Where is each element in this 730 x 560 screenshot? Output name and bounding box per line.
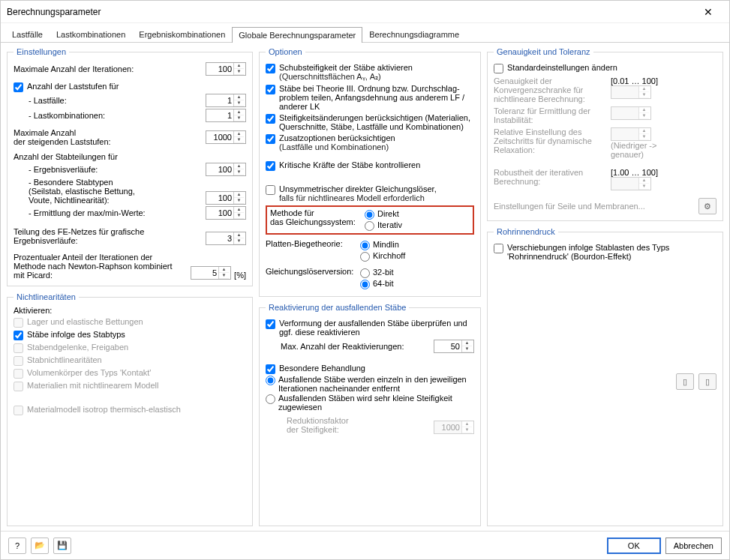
radio-mindlin[interactable] <box>360 241 370 250</box>
spin-fe-div[interactable]: ▲▼ <box>206 232 246 245</box>
spin-special-types[interactable]: ▲▼ <box>206 191 246 205</box>
tab-globale-berechnungsparameter[interactable]: Globale Berechnungsparameter <box>232 27 362 43</box>
checkbox-verformung-pruefen[interactable] <box>266 319 275 329</box>
group-reaktivierung: Reaktivierung der ausfallenden Stäbe Ver… <box>259 303 481 526</box>
checkbox-lager <box>14 318 23 328</box>
tab-ergebniskombinationen[interactable]: Ergebniskombinationen <box>132 26 232 42</box>
checkbox-volumenkoerper <box>14 369 23 379</box>
label-kleine-steifigkeit: Ausfallenden Stäben wird sehr kleine Ste… <box>278 394 474 412</box>
label-kritische-kraefte: Kritische Kräfte der Stäbe kontrollieren <box>279 160 420 169</box>
radio-iterativ[interactable] <box>365 221 374 231</box>
spin-load-combos[interactable]: ▲▼ <box>206 109 246 122</box>
label-staebe-stabtyp: Stäbe infolge des Stabtyps <box>27 330 125 339</box>
label-stabendgelenke: Stabendgelenke, Freigaben <box>27 343 128 352</box>
label-konvergenz: Genauigkeit der Konvergenzschranke für n… <box>494 76 606 103</box>
tool-icon-2[interactable]: ▯ <box>698 373 716 390</box>
label-max-iterations: Maximale Anzahl der Iterationen: <box>14 64 203 73</box>
checkbox-besondere-behandlung[interactable] <box>266 364 275 374</box>
checkbox-staebe-stabtyp[interactable] <box>14 331 23 340</box>
help-icon[interactable]: ? <box>8 538 26 554</box>
label-picard: Prozentualer Anteil der Iterationen der … <box>14 253 188 280</box>
label-load-cases: - Lastfälle: <box>29 96 203 105</box>
label-seile-membranen: Einstellungen für Seile und Membranen... <box>494 202 698 211</box>
spin-picard[interactable]: ▲▼ <box>191 266 231 280</box>
tab-berechnungsdiagramme[interactable]: Berechnungsdiagramme <box>362 26 466 42</box>
checkbox-unsymmetrischer[interactable] <box>266 185 275 195</box>
legend-nichtlinearitaeten: Nichtlinearitäten <box>14 292 79 301</box>
label-64bit: 64-bit <box>373 279 394 288</box>
close-icon[interactable]: ✕ <box>693 6 723 18</box>
label-toleranz: Toleranz für Ermittlung der Instabilität… <box>494 106 606 124</box>
checkbox-bourdon[interactable] <box>494 244 503 253</box>
label-solver-version: Gleichungslöserversion: <box>266 267 360 290</box>
group-einstellungen: Einstellungen Maximale Anzahl der Iterat… <box>7 47 253 286</box>
label-picard-unit: [%] <box>234 271 246 280</box>
radio-64bit[interactable] <box>360 280 370 289</box>
checkbox-stabnichtlin <box>14 356 23 366</box>
checkbox-schubsteifigkeit[interactable] <box>266 64 275 73</box>
label-iterativ: Iterativ <box>377 220 402 229</box>
radio-kleine-steifigkeit[interactable] <box>266 394 275 404</box>
spin-result-courses[interactable]: ▲▼ <box>206 163 246 176</box>
range-robustheit: [1.00 … 100] <box>611 168 684 177</box>
checkbox-steifigkeitsaenderungen[interactable] <box>266 114 275 124</box>
legend-rohrinnendruck: Rohrinnendruck <box>494 227 558 236</box>
tab-lastkombinationen[interactable]: Lastkombinationen <box>50 26 132 42</box>
label-kirchhoff: Kirchhoff <box>373 251 405 260</box>
group-rohrinnendruck: Rohrinnendruck Verschiebungen infolge St… <box>487 227 723 526</box>
checkbox-stabendgelenke <box>14 343 23 353</box>
checkbox-zusatzoptionen[interactable] <box>266 134 275 144</box>
tab-lastfaelle[interactable]: Lastfälle <box>5 26 50 42</box>
label-max-min: - Ermittlung der max/min-Werte: <box>29 208 203 217</box>
label-result-courses: - Ergebnisverläufe: <box>29 165 203 174</box>
label-special-types: - Besondere Stabtypen (Seilstab, elastis… <box>29 178 203 205</box>
label-einzeln-entfernt: Ausfallende Stäbe werden einzeln in den … <box>278 375 474 393</box>
label-besondere-behandlung: Besondere Behandlung <box>279 364 365 373</box>
label-activate: Aktivieren: <box>14 306 246 315</box>
label-theorie3: Stäbe bei Theorie III. Ordnung bzw. Durc… <box>279 84 474 111</box>
ok-button[interactable]: OK <box>607 538 661 554</box>
label-volumenkoerper: Volumenkörper des Typs 'Kontakt' <box>27 368 151 377</box>
label-steifigkeitsaenderungen: Steifigkeitsänderungen berücksichtigen (… <box>279 113 474 131</box>
radio-einzeln-entfernt[interactable] <box>266 376 275 385</box>
checkbox-theorie3[interactable] <box>266 85 275 94</box>
label-zusatzoptionen: Zusatzoptionen berücksichtigen(Lastfälle… <box>279 133 395 151</box>
cancel-button[interactable]: Abbrechen <box>665 538 722 554</box>
spin-max-rising[interactable]: ▲▼ <box>206 130 246 144</box>
highlight-method: Methode für das Gleichungssystem: Direkt… <box>266 205 474 235</box>
legend-reaktivierung: Reaktivierung der ausfallenden Stäbe <box>266 303 409 312</box>
checkbox-kritische-kraefte[interactable] <box>266 161 275 171</box>
legend-einstellungen: Einstellungen <box>14 47 69 56</box>
label-load-steps: Anzahl der Laststufen für <box>27 82 119 91</box>
radio-32bit[interactable] <box>360 268 370 278</box>
tool-icon-1[interactable]: ▯ <box>676 373 694 390</box>
label-standard-aendern: Standardeinstellungen ändern <box>507 63 617 72</box>
label-32bit: 32-bit <box>373 268 394 277</box>
group-optionen: Optionen Schubsteifigkeit der Stäbe akti… <box>259 47 481 297</box>
label-method: Methode für das Gleichungssystem: <box>270 208 365 232</box>
label-zeitschritt: Relative Einstellung des Zeitschritts fü… <box>494 127 606 154</box>
legend-optionen: Optionen <box>266 47 305 56</box>
radio-kirchhoff[interactable] <box>360 252 370 262</box>
spin-max-min[interactable]: ▲▼ <box>206 206 246 220</box>
label-reduktionsfaktor: Reduktionsfaktor der Steifigkeit: <box>287 416 431 434</box>
label-schubsteifigkeit: Schubsteifigkeit der Stäbe aktivieren(Qu… <box>279 63 413 82</box>
spin-max-iterations[interactable]: ▲▼ <box>206 62 246 76</box>
spin-reduktionsfaktor: ▲▼ <box>434 421 474 434</box>
spin-robustheit: ▲▼ <box>611 177 651 190</box>
label-mindlin: Mindlin <box>373 240 399 249</box>
label-direkt: Direkt <box>377 209 399 218</box>
spin-max-react[interactable]: ▲▼ <box>434 340 474 353</box>
checkbox-load-steps[interactable] <box>14 82 23 92</box>
folder-icon[interactable]: 📂 <box>31 538 49 554</box>
label-max-react: Max. Anzahl der Reaktivierungen: <box>281 342 431 351</box>
spin-load-cases[interactable]: ▲▼ <box>206 94 246 107</box>
note-zeitschritt: (Niedriger -> genauer) <box>611 141 684 159</box>
label-stabnichtlin: Stabnichtlinearitäten <box>27 355 102 364</box>
radio-direkt[interactable] <box>365 210 374 220</box>
label-fe-div: Teilung des FE-Netzes für grafische Erge… <box>14 227 203 245</box>
label-bourdon: Verschiebungen infolge Stablasten des Ty… <box>507 243 716 261</box>
group-nichtlinearitaeten: Nichtlinearitäten Aktivieren: Lager und … <box>7 292 253 526</box>
checkbox-standard-aendern[interactable] <box>494 64 503 73</box>
save-icon[interactable]: 💾 <box>53 538 71 554</box>
